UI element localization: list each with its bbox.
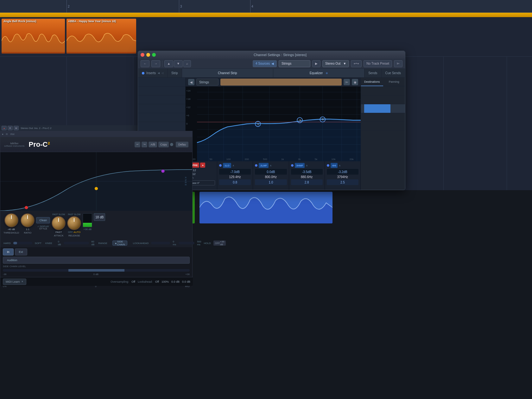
sources-btn[interactable]: 4 Sources ◀ [253,60,277,67]
in-btn[interactable]: In [3,248,14,255]
redo-btn[interactable]: ↪ [142,142,147,147]
undo-btn[interactable]: ↩ [135,142,140,147]
pre-on-btn[interactable]: ● [200,163,205,168]
down-btn[interactable]: ▼ [174,60,183,67]
sends-tab-destinations[interactable]: Destinations [361,78,383,86]
search-btn[interactable]: ⌕ [183,60,191,67]
status-record: R [6,133,8,136]
2lmf-btn[interactable]: 2LMF [259,163,269,168]
insert-slot-5[interactable] [138,113,185,122]
insert-slot-6[interactable] [138,122,185,131]
insert-slot-4[interactable] [138,104,185,113]
arrow-right-btn[interactable]: ▶ [312,60,320,67]
knee-slider[interactable] [13,242,32,244]
w-btn[interactable]: W [14,126,19,130]
send-level-bar [364,104,390,113]
tab-channel-strip[interactable]: Channel Strip [182,69,273,77]
tab-cue-sends[interactable]: Cue Sends [382,69,405,77]
db-output-display[interactable]: 18 dB [94,213,105,221]
hc-val: 12 [193,169,196,172]
2lmf-indicator[interactable] [255,164,257,167]
attack-value: FAST [55,231,62,234]
minimize-btn[interactable] [146,53,150,57]
audio-clip-2[interactable]: ABBA - Happy New Year (minus 18) [66,19,136,54]
preset-extra-btn[interactable]: ⊨ [394,60,402,67]
attack-fast-slow: FAST SLOW [52,213,65,216]
send-slot-5[interactable] [361,122,405,131]
close-btn[interactable] [141,53,144,57]
knobs-area: -40 dB THRESHOLD 1:1 RATIO Clean ✓ DISPL… [0,211,192,240]
timeline-marker-3: 3 [179,0,182,13]
oversampling-label: Oversampling: [111,280,129,283]
lookahead-label: LOOKAHEAD [133,242,149,245]
svg-text:④: ④ [321,118,324,121]
lookahead-bar-label: Lookahead: [138,280,153,283]
preset-label: No Track Preset [366,62,389,65]
release-label: RELEASE [68,234,80,237]
bounce-btn[interactable]: ↩↪ [351,60,362,67]
audition-btn[interactable]: Audition [3,257,190,264]
insert-slot-1[interactable] [138,78,185,87]
range-slider[interactable] [64,242,89,244]
hold-slider[interactable] [179,242,194,244]
stereo-out-label: Stereo Out [325,62,340,65]
threshold-knob[interactable] [4,213,18,227]
tab-inserts[interactable]: Inserts ◀ ◁ [138,69,168,77]
insert-slot-2[interactable] [138,87,185,95]
copy-btn[interactable]: Copy [158,142,169,147]
sidechain-btn[interactable]: ▲ SIDE CHAIN [112,241,127,246]
send-slot-1[interactable] [361,87,405,95]
knee-label-slider: KNEE [45,242,52,245]
preset-btn[interactable]: No Track Preset [364,60,392,67]
eq-back-btn[interactable]: ◀ [188,79,194,85]
record-btn[interactable]: ● [2,126,7,130]
sc-label-right: +36 [185,273,190,276]
band-3hmf: 3HMF ∧ -3.5dB 880.6Hz 2.8 [289,161,325,190]
3hmf-btn[interactable]: 3HMF [295,163,305,168]
up-btn[interactable]: ▲ [164,60,173,67]
attack-knob[interactable] [52,216,66,230]
gain-slider[interactable] [195,176,215,179]
send-slot-4[interactable] [361,113,405,122]
back-btn[interactable]: ← [141,60,149,67]
blue-clip-1[interactable] [200,192,332,223]
release-knob[interactable] [67,216,81,230]
forward-btn[interactable]: → [151,60,160,67]
freq-20: 20 [193,158,195,161]
tab-sends[interactable]: Sends [364,69,381,77]
eq-ab-btn[interactable]: ⊨ [344,79,350,85]
lookahead-slider[interactable] [151,242,170,244]
tab-strip[interactable]: Strip [168,69,182,77]
maximize-btn[interactable] [152,53,156,57]
eq-display: +24 +18 +12 +6 0 -6 -12 -18 -20 [186,87,361,161]
tab-equalizer[interactable]: Equalizer [273,69,364,77]
3hmf-indicator[interactable] [291,164,294,167]
midi-learn-btn[interactable]: MIDI Learn ▼ [3,279,26,285]
sources-label: 4 Sources [256,62,270,65]
stereo-out-dropdown[interactable]: Stereo Out ▼ [322,60,349,67]
3hmf-type-icon: ∧ [306,164,308,167]
brand-subtitle: software instruments [4,145,25,147]
ratio-knob[interactable] [21,213,35,227]
ab-btn[interactable]: A/B [149,142,157,147]
send-slot-2[interactable] [361,95,405,104]
eq-power-btn[interactable]: ◉ [352,79,358,85]
tab-cue-sends-label: Cue Sends [385,71,401,75]
autogain-label: +36 dB [84,228,92,231]
sidechain-level-slider[interactable] [3,269,190,272]
send-slot-3-active[interactable] [361,104,405,113]
1lo-btn[interactable]: 1LO [223,163,231,168]
1lo-indicator[interactable] [219,164,222,167]
audio-clip-1[interactable]: Jingle Bell Rock (minus) [2,19,65,54]
vu-meter [83,213,92,227]
style-display[interactable]: Clean [36,217,50,223]
ext-btn[interactable]: Ext [15,248,27,255]
insert-slot-3[interactable] [138,95,185,104]
preset-display[interactable]: Defau [176,142,188,147]
4hi-indicator[interactable] [327,164,329,167]
track-name-dropdown[interactable]: Strings [279,60,310,67]
4hi-btn[interactable]: 4HI [331,163,338,168]
rw-btn[interactable]: R [8,126,13,130]
style-label: STYLE [39,227,47,230]
sends-tab-panning[interactable]: Panning [383,78,405,86]
